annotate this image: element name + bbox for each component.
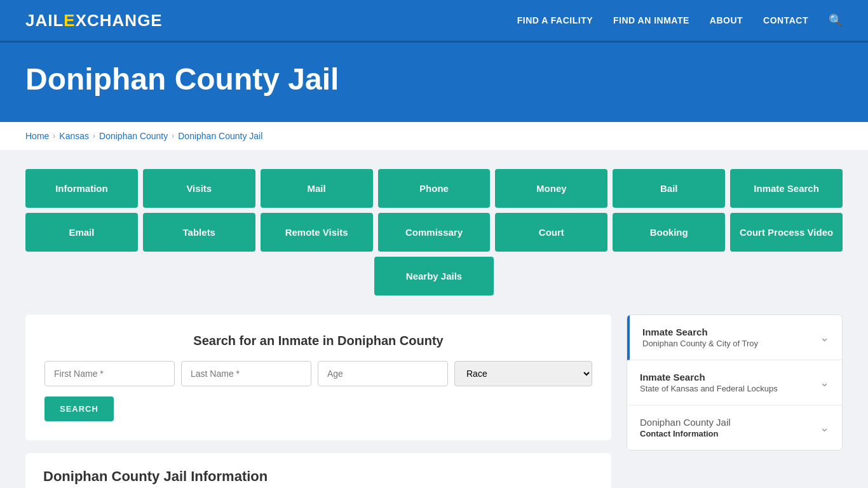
left-column: Search for an Inmate in Doniphan County … [25, 315, 611, 488]
breadcrumb-current: Doniphan County Jail [178, 131, 262, 141]
btn-court-process-video[interactable]: Court Process Video [730, 213, 843, 252]
nav-about[interactable]: ABOUT [710, 15, 743, 25]
search-icon[interactable]: 🔍 [829, 13, 843, 27]
page-title: Doniphan County Jail [25, 62, 843, 97]
breadcrumb-sep-2: › [93, 132, 95, 140]
chevron-down-icon-0: ⌄ [820, 330, 829, 344]
breadcrumb: Home › Kansas › Doniphan County › Doniph… [0, 122, 868, 150]
nav-find-facility[interactable]: FIND A FACILITY [517, 15, 593, 25]
chevron-down-icon-1: ⌄ [820, 376, 829, 390]
chevron-down-icon-2: ⌄ [820, 421, 829, 435]
btn-tablets[interactable]: Tablets [143, 213, 255, 252]
info-panel: Doniphan County Jail Information [25, 453, 611, 488]
btn-email[interactable]: Email [25, 213, 138, 252]
nav-contact[interactable]: CONTACT [763, 15, 808, 25]
first-name-input[interactable] [44, 361, 175, 386]
sidebar-item-text-2: Doniphan County Jail Contact Information [640, 417, 731, 438]
breadcrumb-doniphan-county[interactable]: Doniphan County [99, 131, 168, 141]
grid-row-2: Email Tablets Remote Visits Commissary C… [25, 213, 843, 252]
sidebar-heading-1: Inmate Search [640, 372, 778, 383]
search-title: Search for an Inmate in Doniphan County [44, 334, 592, 348]
sidebar-subtext-0: Doniphan County & City of Troy [642, 339, 758, 348]
btn-remote-visits[interactable]: Remote Visits [261, 213, 373, 252]
breadcrumb-sep-1: › [53, 132, 55, 140]
sidebar-item-0[interactable]: Inmate Search Doniphan County & City of … [627, 315, 842, 360]
sidebar-heading-0: Inmate Search [642, 327, 758, 337]
sidebar-card: Inmate Search Doniphan County & City of … [627, 315, 843, 451]
sidebar-subtext-2: Contact Information [640, 429, 731, 438]
btn-inmate-search[interactable]: Inmate Search [730, 169, 843, 208]
main-area: Information Visits Mail Phone Money Bail… [0, 150, 868, 488]
race-select[interactable]: Race [454, 361, 592, 386]
sidebar: Inmate Search Doniphan County & City of … [627, 315, 843, 451]
info-title: Doniphan County Jail Information [43, 468, 593, 485]
nav-links: FIND A FACILITY FIND AN INMATE ABOUT CON… [517, 13, 843, 27]
navbar: JAILEXCHANGE FIND A FACILITY FIND AN INM… [0, 0, 868, 41]
btn-money[interactable]: Money [495, 169, 607, 208]
btn-booking[interactable]: Booking [613, 213, 725, 252]
site-logo[interactable]: JAILEXCHANGE [25, 11, 163, 30]
breadcrumb-kansas[interactable]: Kansas [59, 131, 89, 141]
btn-court[interactable]: Court [495, 213, 607, 252]
sidebar-heading-2: Doniphan County Jail [640, 417, 731, 428]
btn-bail[interactable]: Bail [613, 169, 725, 208]
sidebar-item-1[interactable]: Inmate Search State of Kansas and Federa… [627, 360, 842, 405]
lower-section: Search for an Inmate in Doniphan County … [25, 315, 843, 488]
btn-mail[interactable]: Mail [261, 169, 373, 208]
grid-row-1: Information Visits Mail Phone Money Bail… [25, 169, 843, 208]
grid-row-3: Nearby Jails [25, 257, 843, 295]
sidebar-subtext-1: State of Kansas and Federal Lockups [640, 384, 778, 393]
last-name-input[interactable] [181, 361, 311, 386]
btn-nearby-jails[interactable]: Nearby Jails [374, 257, 494, 295]
nav-find-inmate[interactable]: FIND AN INMATE [613, 15, 689, 25]
age-input[interactable] [318, 361, 448, 386]
sidebar-item-2[interactable]: Doniphan County Jail Contact Information… [627, 405, 842, 450]
hero-section: Doniphan County Jail [0, 43, 868, 122]
search-fields: Race [44, 361, 592, 386]
btn-visits[interactable]: Visits [143, 169, 255, 208]
btn-commissary[interactable]: Commissary [378, 213, 491, 252]
search-panel: Search for an Inmate in Doniphan County … [25, 315, 611, 440]
sidebar-item-text-1: Inmate Search State of Kansas and Federa… [640, 372, 778, 393]
btn-information[interactable]: Information [25, 169, 138, 208]
btn-phone[interactable]: Phone [378, 169, 491, 208]
search-button[interactable]: SEARCH [44, 396, 114, 421]
sidebar-item-text-0: Inmate Search Doniphan County & City of … [642, 327, 758, 348]
breadcrumb-sep-3: › [172, 132, 174, 140]
breadcrumb-home[interactable]: Home [25, 131, 49, 141]
